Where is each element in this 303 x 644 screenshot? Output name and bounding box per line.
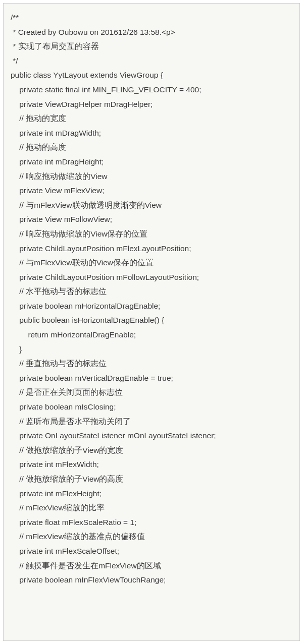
code-line: // 与mFlexView联动做透明度渐变的View [11, 198, 296, 213]
code-line: // 响应拖动做缩放的View保存的位置 [11, 227, 296, 242]
code-line: private float mFlexScaleRatio = 1; [11, 515, 296, 530]
code-line: } [11, 342, 296, 357]
code-line: // 垂直拖动与否的标志位 [11, 357, 296, 371]
code-line: /** [11, 11, 296, 25]
code-line: public boolean isHorizontalDragEnable() … [11, 313, 296, 328]
code-line: */ [11, 54, 296, 69]
code-line: private View mFollowView; [11, 212, 296, 227]
code-line: private boolean mInFlexViewTouchRange; [11, 573, 296, 588]
code-line: // mFlexView缩放的比率 [11, 501, 296, 515]
code-line: private OnLayoutStateListener mOnLayoutS… [11, 429, 296, 443]
code-line: public class YytLayout extends ViewGroup… [11, 68, 296, 83]
code-line: private int mFlexHeight; [11, 487, 296, 501]
code-line: // 与mFlexView联动的View保存的位置 [11, 256, 296, 270]
code-line: private View mFlexView; [11, 184, 296, 198]
code-line: // 是否正在关闭页面的标志位 [11, 385, 296, 400]
code-line: private int mDragWidth; [11, 126, 296, 141]
code-line: private boolean mIsClosing; [11, 400, 296, 415]
code-line: // 拖动的宽度 [11, 111, 296, 126]
code-line: private ViewDragHelper mDragHelper; [11, 97, 296, 112]
code-line: // 做拖放缩放的子View的宽度 [11, 443, 296, 458]
code-line: // 水平拖动与否的标志位 [11, 284, 296, 299]
code-line: private boolean mVerticalDragEnable = tr… [11, 371, 296, 386]
code-line: private int mFlexWidth; [11, 457, 296, 472]
code-line: * 实现了布局交互的容器 [11, 39, 296, 54]
code-line: private int mFlexScaleOffset; [11, 544, 296, 559]
code-line: private boolean mHorizontalDragEnable; [11, 299, 296, 314]
code-line: // 拖动的高度 [11, 140, 296, 155]
code-line: private ChildLayoutPosition mFlexLayoutP… [11, 242, 296, 256]
code-line: return mHorizontalDragEnable; [11, 328, 296, 342]
code-line: private int mDragHeight; [11, 155, 296, 169]
code-line: // 响应拖动做缩放的View [11, 169, 296, 184]
code-block: /** * Created by Oubowu on 201612/26 13:… [3, 3, 300, 641]
code-line: // mFlexView缩放的基准点的偏移值 [11, 530, 296, 544]
code-line: private static final int MIN_FLING_VELOC… [11, 83, 296, 97]
code-line: // 监听布局是否水平拖动关闭了 [11, 415, 296, 429]
code-line: * Created by Oubowu on 201612/26 13:58.<… [11, 25, 296, 40]
code-line: // 做拖放缩放的子View的高度 [11, 472, 296, 487]
code-line: private ChildLayoutPosition mFollowLayou… [11, 270, 296, 285]
code-line: // 触摸事件是否发生在mFlexView的区域 [11, 559, 296, 573]
